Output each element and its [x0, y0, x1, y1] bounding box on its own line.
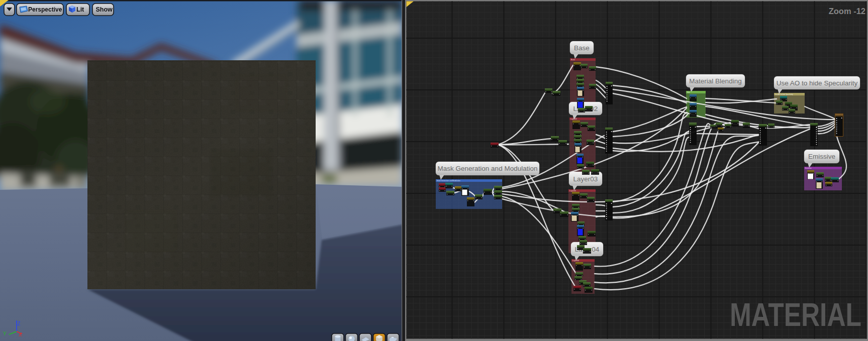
svg-text:Base: Base: [571, 59, 575, 61]
svg-text:Zoom -12: Zoom -12: [829, 7, 865, 16]
svg-text:Emissive: Emissive: [808, 153, 835, 160]
svg-text:Perspective: Perspective: [28, 6, 62, 13]
svg-text:X: X: [19, 332, 22, 337]
svg-text:Z: Z: [18, 321, 21, 326]
svg-text:Layer03: Layer03: [569, 190, 576, 192]
svg-text:Layer03: Layer03: [573, 175, 598, 183]
svg-text:Emissive: Emissive: [805, 167, 812, 169]
svg-text:Material Blending: Material Blending: [689, 77, 741, 85]
svg-text:Use AO to hide Specularity: Use AO to hide Specularity: [777, 79, 858, 87]
svg-text:Mask Generation and Modulation: Mask Generation and Modulation: [438, 165, 538, 172]
svg-text:Mat: Mat: [687, 91, 690, 93]
svg-text:Mask Generation and Modulation: Mask Generation and Modulation: [437, 180, 460, 182]
svg-text:Lit: Lit: [76, 6, 84, 13]
svg-text:Show: Show: [96, 6, 113, 13]
svg-text:Layer04: Layer04: [572, 260, 579, 262]
svg-text:Base: Base: [574, 44, 590, 52]
svg-text:MATERIAL: MATERIAL: [730, 296, 861, 333]
svg-text:Y: Y: [3, 331, 7, 336]
svg-text:Use AO to hide Specularity: Use AO to hide Specularity: [775, 93, 793, 95]
